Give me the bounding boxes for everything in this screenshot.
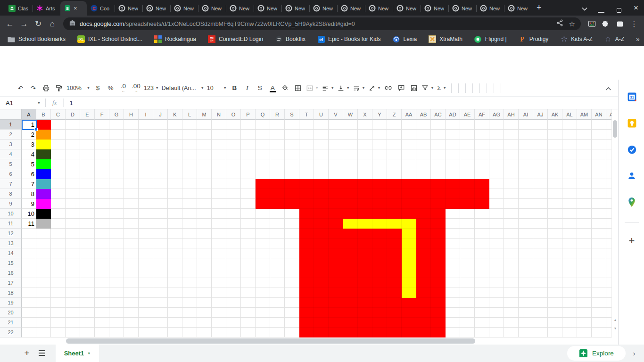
horizontal-scrollbar[interactable]	[0, 337, 611, 345]
sheet-tab[interactable]: Sheet1 ▼	[56, 345, 99, 362]
row-header-13[interactable]: 13	[0, 239, 22, 248]
browser-tab[interactable]: New	[448, 1, 476, 16]
column-header-P[interactable]: P	[241, 109, 256, 120]
column-header-N[interactable]: N	[212, 109, 226, 120]
browser-menu-icon[interactable]: ⋮	[627, 20, 641, 28]
toolbar-strikethrough[interactable]: S	[254, 82, 266, 94]
column-header-Q[interactable]: Q	[256, 109, 270, 120]
bookmark-folder[interactable]: School Bookmarks	[8, 35, 66, 43]
column-header-M[interactable]: M	[197, 109, 212, 120]
color-key-swatch-B9[interactable]	[36, 199, 51, 209]
bookmark-flipgrid[interactable]: Flipgrid |	[474, 35, 507, 43]
browser-tab[interactable]: New	[115, 1, 142, 16]
cell-A6[interactable]: 6	[22, 169, 34, 179]
vertical-scrollbar-thumb[interactable]	[613, 120, 617, 138]
toolbar-text-rotation[interactable]: ▼	[367, 82, 382, 94]
column-header-AM[interactable]: AM	[577, 109, 592, 120]
toolbar-insert-link[interactable]	[382, 82, 395, 94]
tasks-icon[interactable]	[622, 140, 641, 159]
column-header-AI[interactable]: AI	[519, 109, 533, 120]
toolbar-undo[interactable]: ↶	[14, 82, 27, 94]
media-gallery-icon[interactable]	[585, 20, 599, 28]
browser-tab[interactable]: New	[226, 1, 254, 16]
browser-tab[interactable]: CCoo	[87, 1, 115, 16]
bookmark-ixl[interactable]: IXLIXL - School District...	[77, 35, 142, 43]
bookmark-connected[interactable]: McGHConnectED Login	[208, 35, 263, 43]
column-header-AJ[interactable]: AJ	[533, 109, 548, 120]
new-tab-button[interactable]: +	[537, 3, 542, 13]
color-key-swatch-B4[interactable]	[36, 149, 51, 159]
toolbar-font-family[interactable]: Default (Ari...▼	[160, 82, 206, 94]
row-header-2[interactable]: 2	[0, 130, 22, 140]
color-key-swatch-B3[interactable]	[36, 140, 51, 149]
row-header-6[interactable]: 6	[0, 169, 22, 179]
toolbar-more-formats[interactable]: 123▼	[142, 82, 160, 94]
cell-A10[interactable]: 10	[22, 209, 34, 219]
row-header-4[interactable]: 4	[0, 149, 22, 159]
bookmark-xtramath[interactable]: XtraMath	[429, 35, 462, 43]
row-header-17[interactable]: 17	[0, 278, 22, 288]
column-header-H[interactable]: H	[124, 109, 139, 120]
tab-close-icon[interactable]: ×	[74, 5, 77, 11]
bookmarks-overflow-icon[interactable]: »	[636, 35, 640, 43]
forward-icon[interactable]: →	[17, 19, 31, 29]
toolbar-functions[interactable]: Σ▼	[435, 82, 448, 94]
column-header-I[interactable]: I	[139, 109, 153, 120]
column-header-AA[interactable]: AA	[402, 109, 416, 120]
browser-tab[interactable]: New	[170, 1, 198, 16]
row-header-11[interactable]: 11	[0, 219, 22, 229]
browser-tab[interactable]: New	[393, 1, 421, 16]
spreadsheet-grid[interactable]: ABCDEFGHIJKLMNOPQRSTUVWXYZAAABACADAEAFAG…	[0, 109, 611, 337]
row-header-18[interactable]: 18	[0, 288, 22, 298]
row-header-1[interactable]: 1	[0, 120, 22, 130]
share-page-icon[interactable]	[556, 19, 563, 28]
color-key-swatch-B1[interactable]	[36, 120, 51, 130]
bookmark-star-icon[interactable]: ☆	[569, 20, 575, 28]
browser-tab[interactable]: New	[309, 1, 337, 16]
browser-tab[interactable]: New	[198, 1, 226, 16]
column-header-E[interactable]: E	[80, 109, 95, 120]
toolbar-create-filter[interactable]: ▼	[420, 82, 435, 94]
column-header-AF[interactable]: AF	[475, 109, 489, 120]
color-key-swatch-B8[interactable]	[36, 189, 51, 199]
toolbar-fill-color[interactable]	[279, 82, 292, 94]
pixel-art-region[interactable]	[343, 219, 416, 229]
color-key-swatch-B5[interactable]	[36, 159, 51, 169]
row-header-10[interactable]: 10	[0, 209, 22, 219]
cell-A8[interactable]: 8	[22, 189, 34, 199]
toolbar-bold[interactable]: B	[228, 82, 241, 94]
cell-A5[interactable]: 5	[22, 159, 34, 169]
toolbar-insert-comment[interactable]	[395, 82, 407, 94]
bookmark-kidsaz[interactable]: Kids A-Z	[560, 35, 592, 43]
column-header-X[interactable]: X	[358, 109, 372, 120]
toolbar-print[interactable]	[40, 82, 52, 94]
color-key-swatch-B2[interactable]	[36, 130, 51, 140]
browser-tab[interactable]: New	[421, 1, 448, 16]
row-header-3[interactable]: 3	[0, 140, 22, 149]
toolbar-horizontal-align[interactable]: ▼	[320, 82, 336, 94]
row-header-15[interactable]: 15	[0, 258, 22, 268]
pixel-art-region[interactable]	[256, 179, 489, 209]
column-header-C[interactable]: C	[51, 109, 66, 120]
toolbar-paint-format[interactable]	[52, 82, 65, 94]
column-header-Y[interactable]: Y	[372, 109, 387, 120]
toolbar-format-as-percent[interactable]: %	[104, 82, 117, 94]
bookmark-epic[interactable]: e!Epic - Books for Kids	[317, 35, 380, 43]
scroll-down-icon[interactable]: ▼	[612, 324, 619, 332]
toolbar-italic[interactable]: I	[241, 82, 254, 94]
calendar-icon[interactable]: 31	[622, 87, 641, 106]
column-header-AB[interactable]: AB	[416, 109, 431, 120]
row-header-14[interactable]: 14	[0, 248, 22, 258]
window-close-button[interactable]: ×	[634, 3, 638, 13]
column-header-O[interactable]: O	[226, 109, 241, 120]
column-header-AO[interactable]: AO	[606, 109, 611, 120]
column-header-AC[interactable]: AC	[431, 109, 446, 120]
browser-tab-active[interactable]: ×	[60, 1, 87, 16]
maps-icon[interactable]	[622, 193, 641, 212]
row-header-22[interactable]: 22	[0, 328, 22, 337]
color-key-swatch-B10[interactable]	[36, 209, 51, 219]
browser-tab[interactable]: New	[504, 1, 532, 16]
column-header-W[interactable]: W	[343, 109, 358, 120]
column-header-AN[interactable]: AN	[592, 109, 606, 120]
all-sheets-icon[interactable]	[36, 347, 48, 359]
